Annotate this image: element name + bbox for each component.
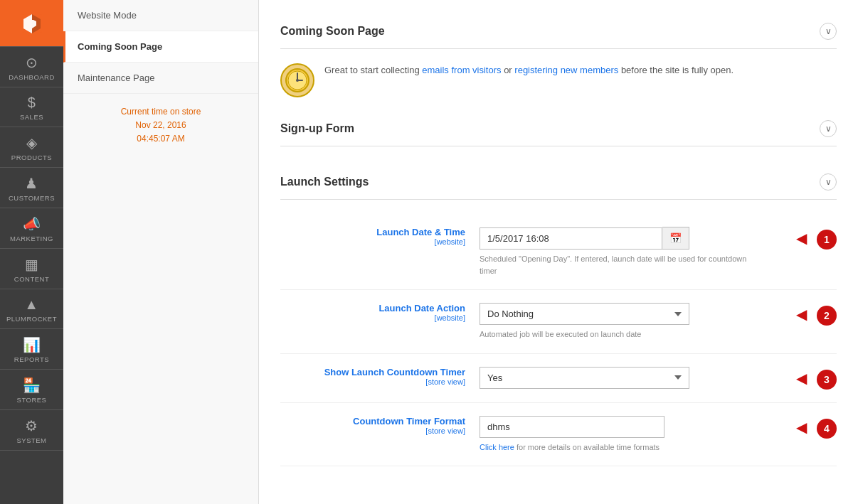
coming-soon-info: Great to start collecting emails from vi… xyxy=(280,56,837,112)
coming-soon-description: Great to start collecting emails from vi… xyxy=(324,63,733,78)
nav-item-label: Coming Soon Page xyxy=(78,41,162,52)
coming-soon-header: Coming Soon Page ∨ xyxy=(280,14,837,49)
countdown-format-hint: Click here for more details on available… xyxy=(480,441,764,454)
sidebar-item-label: PLUMROCKET xyxy=(6,315,57,323)
customers-icon: ♟ xyxy=(25,175,38,192)
main-content: Website Mode Coming Soon Page Maintenanc… xyxy=(63,0,858,504)
sidebar-item-label: CUSTOMERS xyxy=(9,194,55,202)
format-help-link[interactable]: Click here xyxy=(480,443,514,451)
sidebar-item-plumrocket[interactable]: ▲ PLUMROCKET xyxy=(0,289,63,329)
step-badge-4: 4 xyxy=(817,419,837,439)
launch-settings-toggle[interactable]: ∨ xyxy=(820,173,837,191)
sidebar-item-stores[interactable]: 🏪 STORES xyxy=(0,370,63,410)
launch-date-action-label: Launch Date Action [website] xyxy=(280,303,480,322)
countdown-format-label: Countdown Timer Format [store view] xyxy=(280,416,480,435)
badge-2-wrap: ◀ 2 xyxy=(790,303,837,326)
stores-icon: 🏪 xyxy=(23,377,41,394)
config-content: Coming Soon Page ∨ Great to start collec… xyxy=(259,0,858,504)
arrow-2: ◀ xyxy=(796,306,807,323)
launch-date-action-label-sub: [website] xyxy=(280,313,465,322)
launch-date-control: 📅 Scheduled "Opening Day". If entered, l… xyxy=(480,227,837,277)
sidebar-item-system[interactable]: ⚙ SYSTEM xyxy=(0,410,63,451)
sidebar-item-reports[interactable]: 📊 REPORTS xyxy=(0,329,63,370)
arrow-3: ◀ xyxy=(796,370,807,387)
launch-date-action-wrap: Do Nothing Switch to Live Send Email Aut… xyxy=(480,303,790,341)
emails-link[interactable]: emails from visitors xyxy=(422,65,501,75)
countdown-timer-label-main: Show Launch Countdown Timer xyxy=(280,367,465,377)
launch-date-action-row: Launch Date Action [website] Do Nothing … xyxy=(280,290,837,354)
countdown-format-input[interactable] xyxy=(480,416,664,438)
coming-soon-toggle[interactable]: ∨ xyxy=(820,23,837,40)
sidebar-item-label: DASHBOARD xyxy=(9,73,55,81)
store-time: Current time on store Nov 22, 2016 04:45… xyxy=(63,94,258,158)
countdown-format-label-main: Countdown Timer Format xyxy=(280,416,465,427)
countdown-format-control: Click here for more details on available… xyxy=(480,416,837,454)
plumrocket-icon: ▲ xyxy=(24,296,38,313)
countdown-format-input-group xyxy=(480,416,689,438)
sidebar-item-label: SYSTEM xyxy=(16,436,46,444)
content-icon: ▦ xyxy=(25,256,39,273)
countdown-timer-control: Yes No ◀ 3 xyxy=(480,367,837,390)
products-icon: ◈ xyxy=(26,134,38,151)
coming-soon-title: Coming Soon Page xyxy=(280,25,385,38)
arrow-4: ◀ xyxy=(796,419,807,436)
countdown-timer-select[interactable]: Yes No xyxy=(480,367,689,389)
launch-settings-title: Launch Settings xyxy=(280,176,369,188)
countdown-timer-control-row: Yes No ◀ 3 xyxy=(480,367,837,390)
launch-date-action-control-row: Do Nothing Switch to Live Send Email Aut… xyxy=(480,303,837,341)
sidebar-item-products[interactable]: ◈ PRODUCTS xyxy=(0,127,63,168)
sidebar-item-sales[interactable]: $ SALES xyxy=(0,87,63,127)
countdown-timer-label: Show Launch Countdown Timer [store view] xyxy=(280,367,480,386)
step-badge-3: 3 xyxy=(817,370,837,390)
nav-item-maintenance-page[interactable]: Maintenance Page xyxy=(63,63,258,94)
sidebar-item-marketing[interactable]: 📣 MARKETING xyxy=(0,208,63,249)
launch-date-hint: Scheduled "Opening Day". If entered, lau… xyxy=(480,253,764,277)
time-date: Nov 22, 2016 xyxy=(78,119,244,132)
sidebar: ⊙ DASHBOARD $ SALES ◈ PRODUCTS ♟ CUSTOME… xyxy=(0,0,63,504)
countdown-timer-row: Show Launch Countdown Timer [store view]… xyxy=(280,354,837,403)
logo[interactable] xyxy=(0,0,63,46)
countdown-timer-wrap: Yes No xyxy=(480,367,790,389)
format-help-suffix: for more details on available time forma… xyxy=(514,443,660,451)
countdown-timer-label-sub: [store view] xyxy=(280,377,465,386)
launch-date-label-sub: [website] xyxy=(280,237,465,246)
sidebar-item-dashboard[interactable]: ⊙ DASHBOARD xyxy=(0,47,63,87)
sidebar-item-label: PRODUCTS xyxy=(11,154,52,161)
sales-icon: $ xyxy=(28,95,36,111)
launch-date-row: Launch Date & Time [website] 📅 Scheduled… xyxy=(280,214,837,290)
badge-3-wrap: ◀ 3 xyxy=(790,367,837,390)
launch-date-action-select[interactable]: Do Nothing Switch to Live Send Email xyxy=(480,303,689,325)
launch-date-input[interactable] xyxy=(480,227,662,250)
sidebar-item-label: REPORTS xyxy=(14,355,49,363)
countdown-format-control-row: Click here for more details on available… xyxy=(480,416,837,454)
sidebar-item-content[interactable]: ▦ CONTENT xyxy=(0,249,63,289)
sidebar-item-customers[interactable]: ♟ CUSTOMERS xyxy=(0,168,63,208)
nav-item-coming-soon-page[interactable]: Coming Soon Page xyxy=(63,31,258,63)
nav-item-label: Website Mode xyxy=(78,10,137,21)
launch-date-wrap: 📅 Scheduled "Opening Day". If entered, l… xyxy=(480,227,790,277)
launch-date-control-row: 📅 Scheduled "Opening Day". If entered, l… xyxy=(480,227,837,277)
members-link[interactable]: registering new members xyxy=(514,65,618,75)
signup-form-toggle[interactable]: ∨ xyxy=(820,120,837,137)
marketing-icon: 📣 xyxy=(23,215,41,232)
nav-item-label: Maintenance Page xyxy=(78,73,154,83)
time-clock: 04:45:07 AM xyxy=(78,132,244,146)
sidebar-item-label: SALES xyxy=(20,113,43,121)
launch-date-label-main: Launch Date & Time xyxy=(280,227,465,237)
badge-4-wrap: ◀ 4 xyxy=(790,416,837,439)
calendar-button[interactable]: 📅 xyxy=(662,227,689,250)
launch-settings-header: Launch Settings ∨ xyxy=(280,165,837,200)
config-nav: Website Mode Coming Soon Page Maintenanc… xyxy=(63,0,259,504)
dashboard-icon: ⊙ xyxy=(26,54,38,71)
signup-form-header: Sign-up Form ∨ xyxy=(280,112,837,146)
sidebar-item-label: STORES xyxy=(17,396,47,404)
clock-icon xyxy=(280,63,314,97)
countdown-format-wrap: Click here for more details on available… xyxy=(480,416,790,454)
sidebar-item-label: CONTENT xyxy=(14,275,49,283)
countdown-format-label-sub: [store view] xyxy=(280,427,465,435)
svg-point-7 xyxy=(296,79,299,82)
time-label: Current time on store xyxy=(78,105,244,119)
launch-date-input-group: 📅 xyxy=(480,227,689,250)
nav-item-website-mode[interactable]: Website Mode xyxy=(63,0,258,31)
signup-form-title: Sign-up Form xyxy=(280,122,354,135)
